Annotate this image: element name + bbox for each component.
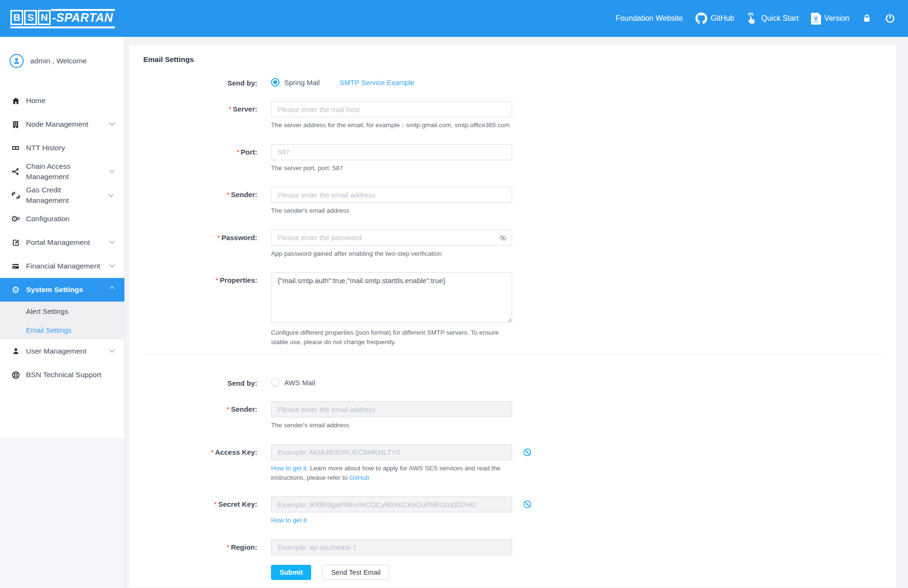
password-helper: App password gained after enabling the t… <box>271 249 506 259</box>
user-icon <box>10 347 21 355</box>
sidebar-item-financial-management[interactable]: Financial Management <box>0 254 124 278</box>
bsn-spartan-logo[interactable]: B S N -SPARTAN <box>10 9 115 28</box>
sidebar-item-bsn-technical-support[interactable]: BSN Technical Support <box>0 363 124 387</box>
secret-key-input[interactable] <box>271 496 512 512</box>
sender-label: *Sender: <box>143 401 257 430</box>
sidebar-item-system-settings[interactable]: ⚙ System Settings <box>0 278 124 302</box>
how-to-get-it-link[interactable]: How to get it <box>271 517 306 524</box>
submit-button[interactable]: Submit <box>271 565 311 580</box>
chevron-down-icon <box>109 262 114 267</box>
properties-textarea[interactable]: {"mail.smtp.auth":true,"mail.smtp.startt… <box>271 272 512 323</box>
smtp-service-example-link[interactable]: SMTP Service Example <box>340 78 414 86</box>
sidebar-item-portal-management[interactable]: Portal Management <box>0 231 124 254</box>
port-label: *Port: <box>143 144 257 173</box>
quick-start-link[interactable]: Quick Start <box>746 12 798 25</box>
logo-letter: B <box>10 10 23 25</box>
sidebar-item-alert-settings[interactable]: Alert Settings <box>0 302 124 320</box>
credit-card-icon <box>10 262 21 270</box>
avatar <box>9 54 24 68</box>
share-icon <box>10 167 21 176</box>
port-input[interactable] <box>271 144 512 160</box>
system-settings-submenu: Alert Settings Email Settings <box>0 302 124 339</box>
version-icon: v <box>811 13 821 25</box>
lock-icon <box>862 13 872 24</box>
field-sender-spring: *Sender: The sender's email address <box>143 187 882 216</box>
email-settings-form: Send by: Spring Mail SMTP Service Exampl… <box>143 75 882 580</box>
version-label: Version <box>824 14 849 23</box>
send-test-email-button[interactable]: Send Test Email <box>323 565 389 580</box>
send-by-label: Send by: <box>143 375 257 387</box>
github-link[interactable]: GitHub <box>695 12 734 25</box>
sender-helper: The sender's email address <box>271 206 506 216</box>
spring-mail-radio-label: Spring Mail <box>284 78 320 86</box>
required-marker: * <box>211 448 214 456</box>
region-input[interactable] <box>271 539 512 555</box>
life-ring-icon <box>10 371 21 380</box>
edit-icon <box>10 238 21 247</box>
field-properties: *Properties: {"mail.smtp.auth":true,"mai… <box>143 272 882 346</box>
field-access-key: *Access Key: How to get it. Learn more a… <box>143 444 882 482</box>
required-marker: * <box>214 500 217 508</box>
sidebar-item-label: Home <box>26 95 45 106</box>
aws-mail-radio[interactable] <box>271 378 279 387</box>
aws-sender-input[interactable] <box>271 401 512 417</box>
github-label: GitHub <box>711 14 734 23</box>
chevron-down-icon <box>109 120 114 125</box>
sidebar: admin , Welcome Home Node Management <box>0 37 124 439</box>
section-divider <box>143 354 882 355</box>
sidebar-item-gas-credit-management[interactable]: Gas Credit Management <box>0 183 124 207</box>
sender-label: *Sender: <box>143 187 257 216</box>
sidebar-item-ntt-history[interactable]: NTT History <box>0 136 124 160</box>
region-label: *Region: <box>143 539 257 555</box>
sender-input[interactable] <box>271 187 512 203</box>
sidebar-item-user-management[interactable]: User Management <box>0 339 124 363</box>
send-by-row-aws: Send by: AWS Mail <box>143 375 882 387</box>
sidebar-item-node-management[interactable]: Node Management <box>0 112 124 136</box>
gear-icon: ⚙ <box>10 285 21 294</box>
sidebar-item-label: User Management <box>26 346 87 356</box>
home-icon <box>10 96 21 105</box>
server-input[interactable] <box>271 101 512 117</box>
how-to-get-it-link[interactable]: How to get it. <box>271 465 308 472</box>
required-marker: * <box>227 405 229 413</box>
aws-sender-helper: The sender's email address <box>271 421 506 430</box>
access-key-input[interactable] <box>271 444 512 460</box>
server-helper: The server address for the email, for ex… <box>271 121 512 130</box>
logo-letter: N <box>38 10 51 25</box>
foundation-website-link[interactable]: Foundation Website <box>616 14 683 23</box>
sidebar-item-configuration[interactable]: ⚙⚙ Configuration <box>0 207 124 231</box>
page-title: Email Settings <box>143 55 882 64</box>
field-server: *Server: The server address for the emai… <box>143 101 882 130</box>
port-helper: The server port, port: 587 <box>271 164 506 173</box>
password-input[interactable] <box>271 230 512 246</box>
aws-mail-radio-label: AWS Mail <box>284 379 315 387</box>
eye-off-icon[interactable] <box>523 500 532 509</box>
server-label: *Server: <box>143 101 257 130</box>
sidebar-item-home[interactable]: Home <box>0 89 124 112</box>
chevron-down-icon <box>108 191 114 197</box>
version-link[interactable]: v Version <box>811 13 849 25</box>
logout-button[interactable] <box>884 13 896 24</box>
properties-helper: Configure different properties (json for… <box>271 328 506 346</box>
eye-slash-icon[interactable] <box>499 234 507 242</box>
password-label: *Password: <box>143 230 257 259</box>
sidebar-item-email-settings[interactable]: Email Settings <box>0 320 124 339</box>
broken-link-icon <box>10 191 21 200</box>
spring-mail-radio[interactable] <box>271 78 279 86</box>
quick-start-label: Quick Start <box>761 14 798 23</box>
sidebar-user: admin , Welcome <box>0 49 124 73</box>
sidebar-item-chain-access-management[interactable]: Chain Access Management <box>0 160 124 183</box>
sidebar-column: admin , Welcome Home Node Management <box>0 37 125 588</box>
required-marker: * <box>217 233 220 242</box>
properties-label: *Properties: <box>143 272 257 346</box>
lock-button[interactable] <box>862 13 872 24</box>
logo-letter: S <box>24 10 37 25</box>
github-icon <box>695 12 707 25</box>
field-secret-key: *Secret Key: How to get it <box>143 496 882 525</box>
eye-off-icon[interactable] <box>523 448 532 457</box>
building-icon <box>10 120 21 129</box>
required-marker: * <box>228 105 231 113</box>
form-actions: Submit Send Test Email <box>271 564 882 580</box>
github-help-link[interactable]: GitHub <box>349 474 369 481</box>
logo-letter-boxes: B S N <box>10 10 51 25</box>
